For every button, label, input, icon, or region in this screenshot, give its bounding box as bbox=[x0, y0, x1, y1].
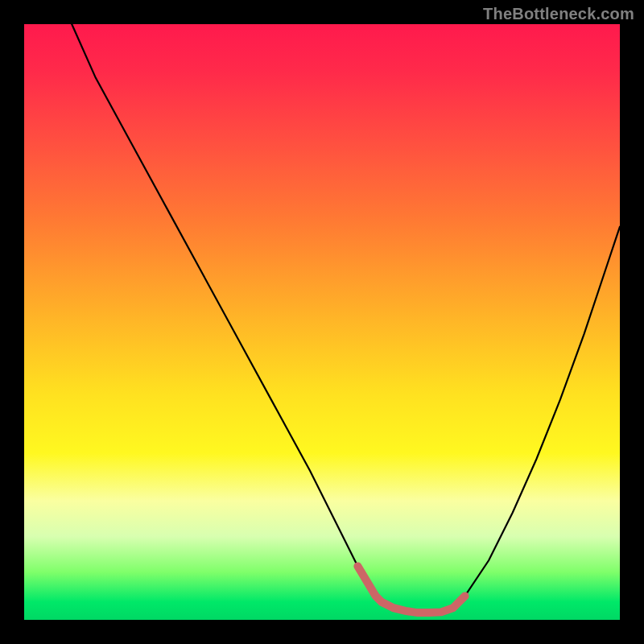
chart-frame: TheBottleneck.com bbox=[0, 0, 644, 644]
curve-highlight bbox=[357, 566, 464, 613]
chart-svg bbox=[24, 24, 620, 620]
watermark-text: TheBottleneck.com bbox=[483, 5, 634, 23]
curve-main bbox=[72, 24, 620, 613]
